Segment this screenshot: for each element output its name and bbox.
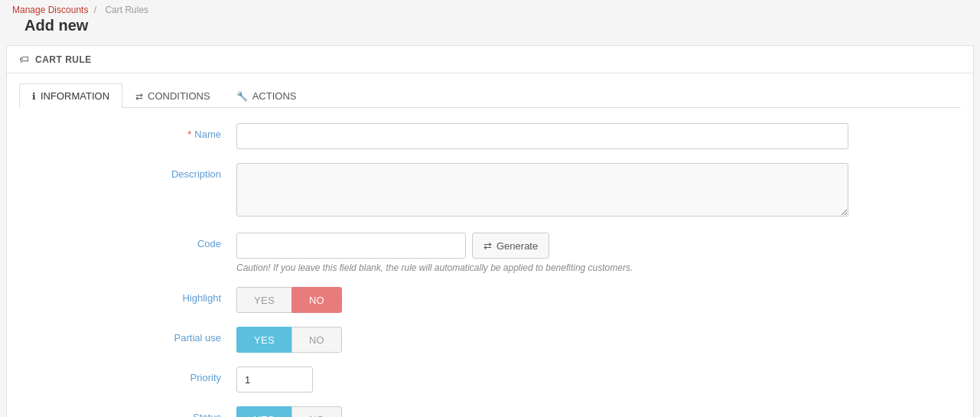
tab-actions[interactable]: 🔧 ACTIONS (223, 83, 310, 108)
tab-information-label: INFORMATION (41, 90, 109, 102)
highlight-yes-button[interactable]: YES (236, 287, 291, 313)
priority-row: Priority (53, 367, 927, 393)
form-area: *Name Description Code (7, 108, 973, 417)
tab-information[interactable]: ℹ INFORMATION (19, 83, 122, 108)
name-control-wrap (236, 123, 848, 149)
highlight-control-wrap: YES NO (236, 287, 848, 313)
highlight-label: Highlight (53, 287, 236, 304)
description-input[interactable] (236, 163, 848, 217)
code-input-row: ⇄ Generate (236, 233, 848, 259)
tag-icon: 🏷 (19, 54, 29, 65)
caution-text: Caution! If you leave this field blank, … (236, 262, 848, 273)
conditions-icon: ⇄ (135, 91, 143, 102)
highlight-no-button[interactable]: NO (291, 287, 342, 313)
breadcrumb: Manage Discounts / Cart Rules (12, 5, 968, 15)
code-label: Code (53, 233, 236, 249)
info-icon: ℹ (32, 91, 36, 102)
status-no-button[interactable]: NO (291, 406, 342, 417)
description-control-wrap (236, 163, 848, 219)
status-yes-button[interactable]: YES (236, 406, 291, 417)
name-row: *Name (53, 123, 927, 149)
status-toggle-group: YES NO (236, 406, 848, 417)
highlight-row: Highlight YES NO (53, 287, 927, 313)
partial-use-toggle-group: YES NO (236, 327, 848, 353)
breadcrumb-parent-link[interactable]: Manage Discounts (12, 5, 88, 15)
description-row: Description (53, 163, 927, 219)
page-title: Add new (12, 15, 968, 42)
code-input[interactable] (236, 233, 466, 259)
breadcrumb-current: Cart Rules (105, 5, 148, 15)
name-input[interactable] (236, 123, 848, 149)
description-label: Description (53, 163, 236, 180)
status-row: Status YES NO (53, 406, 927, 417)
partial-use-control-wrap: YES NO (236, 327, 848, 353)
code-row-wrapper: Code ⇄ Generate Caution! If you leave th… (53, 233, 927, 273)
shuffle-icon: ⇄ (483, 240, 492, 252)
cart-rule-card: 🏷 CART RULE ℹ INFORMATION ⇄ CONDITIONS 🔧… (6, 45, 974, 417)
priority-input[interactable] (236, 367, 313, 393)
tabs-container: ℹ INFORMATION ⇄ CONDITIONS 🔧 ACTIONS (19, 73, 961, 108)
tab-actions-label: ACTIONS (252, 90, 297, 102)
card-header-title: CART RULE (35, 54, 92, 65)
name-label: *Name (53, 123, 236, 140)
status-control-wrap: YES NO (236, 406, 848, 417)
status-label: Status (53, 406, 236, 417)
partial-use-no-button[interactable]: NO (291, 327, 342, 353)
card-header: 🏷 CART RULE (7, 46, 973, 73)
partial-use-label: Partial use (53, 327, 236, 344)
highlight-toggle-group: YES NO (236, 287, 848, 313)
page-wrapper: Manage Discounts / Cart Rules Add new 🏷 … (0, 0, 980, 417)
actions-icon: 🔧 (236, 91, 248, 102)
priority-control-wrap (236, 367, 848, 393)
code-control-wrap: ⇄ Generate Caution! If you leave this fi… (236, 233, 848, 273)
generate-button[interactable]: ⇄ Generate (472, 233, 549, 259)
tab-conditions-label: CONDITIONS (148, 90, 210, 102)
breadcrumb-separator: / (94, 5, 96, 15)
name-required: * (187, 129, 191, 140)
partial-use-yes-button[interactable]: YES (236, 327, 291, 353)
tab-conditions[interactable]: ⇄ CONDITIONS (122, 83, 223, 108)
generate-button-label: Generate (497, 240, 538, 252)
breadcrumb-area: Manage Discounts / Cart Rules Add new (0, 0, 980, 45)
priority-label: Priority (53, 367, 236, 383)
partial-use-row: Partial use YES NO (53, 327, 927, 353)
